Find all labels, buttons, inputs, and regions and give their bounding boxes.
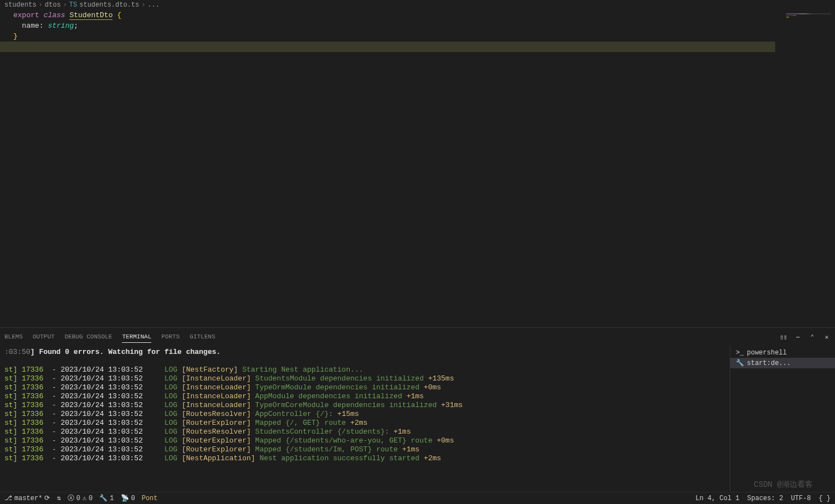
terminal-log-line: st] 17336 - 2023/10/24 13:03:52 LOG [Ins… <box>4 401 725 410</box>
warning-icon: ⚠ <box>83 494 86 502</box>
terminal-log-line: st] 17336 - 2023/10/24 13:03:52 LOG [Ins… <box>4 374 725 383</box>
terminal-list: >_ powershell 🔧 start:de... <box>730 346 835 492</box>
branch-icon: ⎇ <box>4 494 12 502</box>
status-bar: ⎇ master* ⟳ ⇅ ⓧ0 ⚠0 🔧1 📡0 Pont Ln 4, Col… <box>0 492 835 504</box>
close-icon[interactable]: ✕ <box>823 333 831 341</box>
code-line[interactable]: export class StudentDto { <box>13 10 831 20</box>
chevron-icon: › <box>63 1 67 9</box>
tab-problems[interactable]: BLEMS <box>4 331 23 342</box>
terminal-log-line: st] 17336 - 2023/10/24 13:03:52 LOG [Rou… <box>4 428 725 436</box>
tab-debug-console[interactable]: DEBUG CONSOLE <box>65 331 112 342</box>
status-sync[interactable]: ⇅ <box>57 494 60 502</box>
panel-tab-bar: BLEMS OUTPUT DEBUG CONSOLE TERMINAL PORT… <box>0 328 835 346</box>
tab-ports[interactable]: PORTS <box>161 331 180 342</box>
editor-empty-area[interactable] <box>0 52 835 327</box>
terminal-log-line: st] 17336 - 2023/10/24 13:03:52 LOG [Nes… <box>4 366 725 374</box>
status-problems[interactable]: ⓧ0 ⚠0 <box>68 493 93 503</box>
status-branch[interactable]: ⎇ master* ⟳ <box>4 494 50 502</box>
chevron-icon: › <box>141 1 145 9</box>
status-pont[interactable]: Pont <box>142 495 158 502</box>
cursor-line[interactable] <box>0 42 775 52</box>
code-line[interactable]: } <box>13 31 831 42</box>
wrench-icon: 🔧 <box>736 359 744 367</box>
terminal-log-line: st] 17336 - 2023/10/24 13:03:52 LOG [Rou… <box>4 410 725 419</box>
terminal-log-line: st] 17336 - 2023/10/24 13:03:52 LOG [Rou… <box>4 436 725 445</box>
status-radio[interactable]: 📡0 <box>121 494 135 502</box>
split-terminal-icon[interactable]: ▯▯ <box>780 333 787 341</box>
status-encoding[interactable]: UTF-8 <box>791 495 811 502</box>
status-language[interactable]: { } <box>818 495 831 502</box>
breadcrumb-item[interactable]: ... <box>147 1 160 9</box>
error-icon: ⓧ <box>68 493 74 503</box>
status-tools[interactable]: 🔧1 <box>99 494 114 502</box>
terminal-item-powershell[interactable]: >_ powershell <box>730 348 835 358</box>
sync-icon: ⟳ <box>44 494 50 502</box>
code-editor[interactable]: export class StudentDto { name: string; … <box>0 10 835 52</box>
status-indent[interactable]: Spaces: 2 <box>747 495 783 502</box>
breadcrumb-item[interactable]: students.dto.ts <box>79 1 139 9</box>
status-cursor-position[interactable]: Ln 4, Col 1 <box>695 495 739 502</box>
bottom-panel: BLEMS OUTPUT DEBUG CONSOLE TERMINAL PORT… <box>0 327 835 492</box>
terminal-output[interactable]: :03:50] Found 0 errors. Watching for fil… <box>0 346 730 492</box>
tab-terminal[interactable]: TERMINAL <box>122 331 151 343</box>
breadcrumb-item[interactable]: students <box>4 1 37 9</box>
terminal-icon: >_ <box>736 349 744 357</box>
terminal-log-line: st] 17336 - 2023/10/24 13:03:52 LOG [Nes… <box>4 454 725 463</box>
more-icon[interactable]: ⋯ <box>794 333 802 341</box>
terminal-log-line: st] 17336 - 2023/10/24 13:03:52 LOG [Ins… <box>4 392 725 401</box>
code-line[interactable]: name: string; <box>13 20 831 31</box>
tab-output[interactable]: OUTPUT <box>33 331 55 342</box>
ts-file-icon: TS <box>69 1 77 9</box>
terminal-item-startdev[interactable]: 🔧 start:de... <box>730 358 835 368</box>
chevron-icon: › <box>39 1 43 9</box>
breadcrumb[interactable]: students › dtos › TS students.dto.ts › .… <box>0 0 835 10</box>
tools-icon: 🔧 <box>99 494 107 502</box>
terminal-log-line: st] 17336 - 2023/10/24 13:03:52 LOG [Ins… <box>4 383 725 392</box>
radio-icon: 📡 <box>121 494 129 502</box>
breadcrumb-item[interactable]: dtos <box>45 1 61 9</box>
minimap[interactable] <box>786 13 831 17</box>
chevron-up-icon[interactable]: ⌃ <box>808 333 816 341</box>
terminal-log-line: st] 17336 - 2023/10/24 13:03:52 LOG [Rou… <box>4 419 725 428</box>
terminal-log-line: st] 17336 - 2023/10/24 13:03:52 LOG [Rou… <box>4 445 725 454</box>
sync-icon: ⇅ <box>57 494 60 502</box>
tab-gitlens[interactable]: GITLENS <box>189 331 215 342</box>
